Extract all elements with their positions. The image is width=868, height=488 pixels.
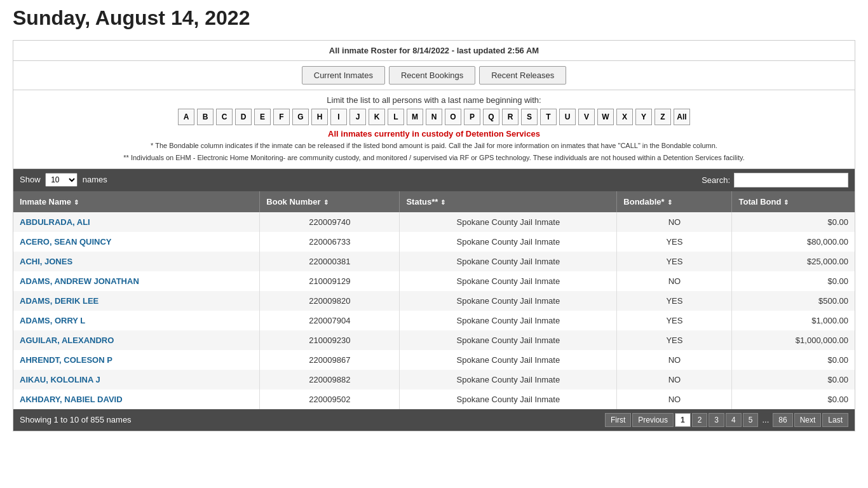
pagination-btn-3[interactable]: 3 xyxy=(709,413,724,427)
alpha-btn-o[interactable]: O xyxy=(445,109,461,125)
pagination-btn-1[interactable]: 1 xyxy=(675,413,691,427)
pagination-btn-4[interactable]: 4 xyxy=(726,413,742,427)
alpha-btn-all[interactable]: All xyxy=(674,109,690,125)
alpha-buttons: ABCDEFGHIJKLMNOPQRSTUVWXYZAll xyxy=(16,109,852,125)
alpha-btn-i[interactable]: I xyxy=(330,109,347,125)
cell-book-number: 210009129 xyxy=(260,271,400,291)
cell-inmate-name: AGUILAR, ALEXANDRO xyxy=(13,330,260,350)
alpha-btn-a[interactable]: A xyxy=(178,109,194,125)
alpha-btn-y[interactable]: Y xyxy=(635,109,652,125)
pagination-btn-first[interactable]: First xyxy=(605,413,631,427)
inmate-link[interactable]: ACERO, SEAN QUINCY xyxy=(20,237,111,247)
inmate-link[interactable]: ACHI, JONES xyxy=(20,257,72,266)
show-select[interactable]: 10 25 50 100 xyxy=(45,173,78,187)
pagination-ellipsis: ... xyxy=(759,415,771,424)
inmate-table: Inmate Name⇕ Book Number⇕ Status**⇕ Bond… xyxy=(13,191,855,409)
search-area: Search: xyxy=(702,173,848,187)
cell-status: Spokane County Jail Inmate xyxy=(400,330,617,350)
filter-label: Limit the list to all persons with a las… xyxy=(16,95,852,105)
notice1: * The Bondable column indicates if the i… xyxy=(16,141,852,151)
footer-row: Showing 1 to 10 of 855 names FirstPrevio… xyxy=(13,409,855,431)
cell-status: Spokane County Jail Inmate xyxy=(400,212,617,232)
col-total-bond[interactable]: Total Bond⇕ xyxy=(732,191,855,212)
alpha-btn-r[interactable]: R xyxy=(502,109,519,125)
pagination-btn-last[interactable]: Last xyxy=(822,413,848,427)
alpha-btn-q[interactable]: Q xyxy=(483,109,499,125)
cell-bondable: NO xyxy=(617,271,732,291)
cell-bondable: NO xyxy=(617,350,732,370)
cell-status: Spokane County Jail Inmate xyxy=(400,271,617,291)
inmate-link[interactable]: AKHDARY, NABIEL DAVID xyxy=(20,395,123,404)
alpha-btn-c[interactable]: C xyxy=(216,109,233,125)
tab-recent-releases[interactable]: Recent Releases xyxy=(479,66,566,85)
inmate-link[interactable]: ADAMS, ORRY L xyxy=(20,316,85,325)
cell-inmate-name: AHRENDT, COLESON P xyxy=(13,350,260,370)
alpha-btn-k[interactable]: K xyxy=(369,109,385,125)
inmate-link[interactable]: AHRENDT, COLESON P xyxy=(20,355,112,365)
filter-section: Limit the list to all persons with a las… xyxy=(13,90,855,169)
cell-total-bond: $0.00 xyxy=(732,350,855,370)
cell-status: Spokane County Jail Inmate xyxy=(400,390,617,409)
cell-status: Spokane County Jail Inmate xyxy=(400,370,617,390)
table-row: AKHDARY, NABIEL DAVID 220009502 Spokane … xyxy=(13,390,855,409)
controls-row: Show 10 25 50 100 names Search: xyxy=(13,169,855,191)
cell-total-bond: $0.00 xyxy=(732,212,855,232)
cell-book-number: 220009882 xyxy=(260,370,400,390)
alpha-btn-t[interactable]: T xyxy=(540,109,557,125)
cell-status: Spokane County Jail Inmate xyxy=(400,291,617,311)
table-row: AHRENDT, COLESON P 220009867 Spokane Cou… xyxy=(13,350,855,370)
alpha-btn-n[interactable]: N xyxy=(426,109,442,125)
cell-total-bond: $1,000,000.00 xyxy=(732,330,855,350)
inmate-link[interactable]: ABDULRADA, ALI xyxy=(20,217,90,227)
cell-status: Spokane County Jail Inmate xyxy=(400,350,617,370)
inmate-link[interactable]: ADAMS, ANDREW JONATHAN xyxy=(20,276,139,286)
show-names-control: Show 10 25 50 100 names xyxy=(20,173,107,187)
cell-book-number: 220009502 xyxy=(260,390,400,409)
alpha-btn-x[interactable]: X xyxy=(616,109,633,125)
inmate-link[interactable]: AGUILAR, ALEXANDRO xyxy=(20,336,114,345)
alpha-btn-h[interactable]: H xyxy=(311,109,328,125)
alpha-btn-z[interactable]: Z xyxy=(654,109,671,125)
alpha-btn-j[interactable]: J xyxy=(349,109,366,125)
cell-bondable: NO xyxy=(617,390,732,409)
table-row: AIKAU, KOLOLINA J 220009882 Spokane Coun… xyxy=(13,370,855,390)
cell-total-bond: $25,000.00 xyxy=(732,252,855,271)
alpha-btn-s[interactable]: S xyxy=(521,109,538,125)
alpha-btn-v[interactable]: V xyxy=(578,109,595,125)
inmate-link[interactable]: AIKAU, KOLOLINA J xyxy=(20,375,100,384)
table-body: ABDULRADA, ALI 220009740 Spokane County … xyxy=(13,212,855,409)
showing-label: Showing 1 to 10 of 855 names xyxy=(20,415,132,424)
pagination-btn-2[interactable]: 2 xyxy=(692,413,708,427)
alpha-btn-p[interactable]: P xyxy=(464,109,480,125)
alpha-btn-u[interactable]: U xyxy=(559,109,576,125)
notice-red: All inmates currently in custody of Dete… xyxy=(16,129,852,139)
pagination-btn-next[interactable]: Next xyxy=(794,413,822,427)
alpha-btn-w[interactable]: W xyxy=(597,109,614,125)
pagination-btn-5[interactable]: 5 xyxy=(743,413,759,427)
col-status[interactable]: Status**⇕ xyxy=(400,191,617,212)
alpha-btn-e[interactable]: E xyxy=(254,109,271,125)
alpha-btn-d[interactable]: D xyxy=(235,109,252,125)
cell-book-number: 220007904 xyxy=(260,311,400,330)
col-bondable[interactable]: Bondable*⇕ xyxy=(617,191,732,212)
roster-header: All inmate Roster for 8/14/2022 - last u… xyxy=(13,41,855,61)
col-book-number[interactable]: Book Number⇕ xyxy=(260,191,400,212)
pagination-btn-86[interactable]: 86 xyxy=(773,413,792,427)
alpha-btn-g[interactable]: G xyxy=(292,109,309,125)
inmate-link[interactable]: ADAMS, DERIK LEE xyxy=(20,296,98,306)
cell-total-bond: $80,000.00 xyxy=(732,232,855,252)
pagination-btn-previous[interactable]: Previous xyxy=(632,413,674,427)
show-label: Show xyxy=(20,175,41,184)
search-input[interactable] xyxy=(734,173,848,187)
tab-current-inmates[interactable]: Current Inmates xyxy=(302,66,385,85)
tab-recent-bookings[interactable]: Recent Bookings xyxy=(389,66,475,85)
cell-bondable: YES xyxy=(617,252,732,271)
alpha-btn-f[interactable]: F xyxy=(273,109,290,125)
pagination: FirstPrevious12345...86NextLast xyxy=(605,413,848,427)
alpha-btn-m[interactable]: M xyxy=(407,109,423,125)
col-inmate-name[interactable]: Inmate Name⇕ xyxy=(13,191,260,212)
alpha-btn-l[interactable]: L xyxy=(388,109,404,125)
alpha-btn-b[interactable]: B xyxy=(197,109,214,125)
cell-book-number: 210009230 xyxy=(260,330,400,350)
cell-inmate-name: ACERO, SEAN QUINCY xyxy=(13,232,260,252)
